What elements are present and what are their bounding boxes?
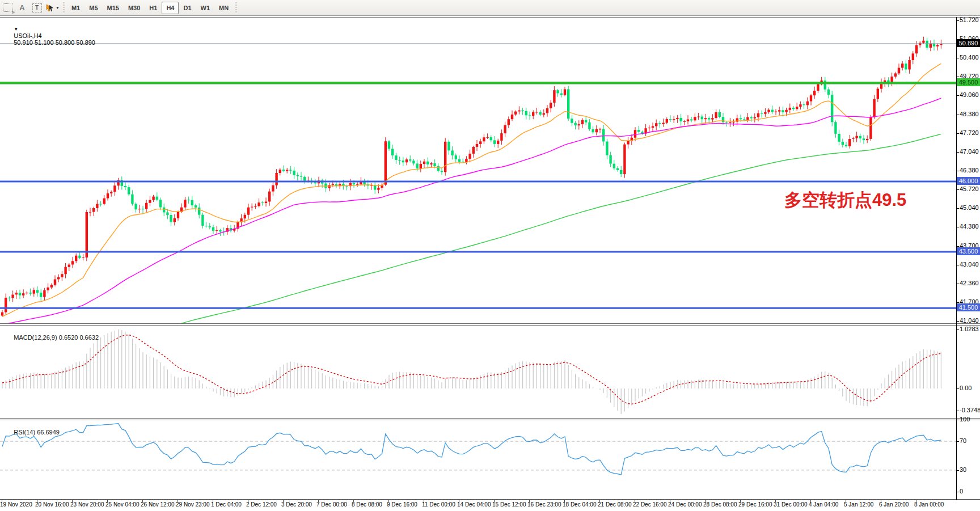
price-axis-tick	[956, 227, 959, 227]
price-axis-tick	[956, 246, 959, 247]
time-axis-label: 15 Dec 12:00	[492, 501, 526, 508]
price-axis-label: 47.720	[960, 129, 979, 136]
time-axis-label: 24 Dec 00:00	[668, 501, 702, 508]
price-axis-label: 41.040	[960, 317, 979, 324]
time-axis-label: 7 Dec 00:00	[316, 501, 347, 508]
time-axis-label: 4 Jan 04:00	[809, 501, 838, 508]
time-axis-label: 16 Dec 23:00	[527, 501, 561, 508]
price-level-badge: 46.000	[957, 177, 980, 185]
chart-annotation-text[interactable]: 多空转折点49.5	[784, 188, 906, 212]
time-axis-label: 8 Dec 08:00	[352, 501, 382, 508]
time-axis-label: 29 Nov 23:00	[176, 501, 210, 508]
price-axis-label: 50.400	[960, 54, 979, 61]
current-price-badge: 50.890	[957, 39, 980, 47]
time-axis-label: 22 Dec 16:00	[633, 501, 667, 508]
price-axis-tick	[956, 284, 959, 284]
rsi-axis-label: 70	[960, 437, 966, 444]
macd-value-2: 0.6632	[79, 334, 99, 341]
time-axis-label: 25 Nov 04:00	[105, 501, 140, 508]
price-axis-tick	[956, 189, 959, 190]
main-panel-top-border	[0, 17, 980, 18]
price-axis-tick	[956, 302, 959, 303]
time-axis-label: 3 Dec 20:00	[281, 501, 312, 508]
mt4-window: { "toolbar": { "frame_tool_glyph": "F", …	[0, 0, 980, 511]
price-axis-tick	[956, 95, 959, 96]
rsi-axis-label: 30	[960, 466, 966, 473]
rsi-label: RSI(14) 66.6949	[7, 422, 60, 442]
chart-canvas[interactable]	[0, 0, 980, 511]
rsi-axis-tick	[956, 492, 959, 492]
time-axis-label: 5 Jan 12:00	[844, 501, 873, 508]
price-axis-label: 45.720	[960, 185, 979, 192]
macd-label: MACD(12,26,9) 0.6520 0.6632	[7, 327, 99, 348]
rsi-axis-label: 0	[960, 488, 963, 495]
price-axis-label: 46.380	[960, 167, 979, 174]
time-axis-label: 14 Dec 04:00	[457, 501, 491, 508]
time-axis-label: 19 Nov 2020	[0, 501, 32, 508]
price-level-badge: 41.500	[957, 303, 980, 311]
price-axis-label: 48.380	[960, 111, 979, 117]
time-axis-label: 6 Jan 20:00	[879, 501, 909, 508]
symbol-quote-line[interactable]: ▼ USOil-,H4 50.910 51.100 50.800 50.890	[7, 19, 95, 53]
rsi-axis-label: 100	[960, 416, 970, 423]
price-axis-label: 43.040	[960, 261, 979, 268]
price-axis-label: 51.720	[960, 16, 979, 23]
macd-axis-label: 0.00	[960, 385, 971, 391]
time-axis-label: 31 Dec 00:00	[774, 501, 808, 508]
time-axis-label: 9 Dec 16:00	[387, 501, 417, 508]
price-axis-label: 42.360	[960, 280, 979, 286]
price-axis-tick	[956, 152, 959, 153]
price-axis-label: 45.040	[960, 204, 979, 211]
price-axis-separator	[956, 17, 957, 500]
rsi-axis-tick	[956, 420, 959, 420]
price-axis-tick	[956, 20, 959, 21]
rsi-axis-tick	[956, 470, 959, 471]
time-axis-label: 18 Dec 04:00	[563, 501, 597, 508]
price-axis-tick	[956, 115, 959, 115]
macd-value-1: 0.6520	[59, 334, 78, 341]
time-axis-label: 23 Nov 20:00	[70, 501, 104, 508]
macd-axis-tick	[956, 388, 959, 389]
symbol-ohlc-quote: 50.910 51.100 50.800 50.890	[14, 39, 95, 46]
time-axis-label: 29 Dec 16:00	[738, 501, 772, 508]
time-axis-label: 1 Dec 04:00	[211, 501, 242, 508]
price-axis-tick	[956, 77, 959, 77]
price-axis-label: 47.040	[960, 148, 979, 155]
macd-axis-tick	[956, 411, 959, 411]
price-axis-label: 44.380	[960, 223, 979, 230]
price-axis-tick	[956, 58, 959, 58]
rsi-axis-tick	[956, 441, 959, 442]
price-axis-tick	[956, 321, 959, 322]
price-axis-tick	[956, 133, 959, 134]
price-axis-tick	[956, 171, 959, 171]
price-axis-tick	[956, 208, 959, 209]
macd-axis-label: 1.0283	[960, 326, 979, 332]
price-axis-tick	[956, 265, 959, 265]
time-axis-label: 26 Nov 12:00	[141, 501, 175, 508]
time-axis-label: 11 Dec 00:00	[422, 501, 455, 508]
rsi-value: 66.6949	[37, 429, 60, 436]
time-axis-label: 28 Dec 08:00	[703, 501, 737, 508]
macd-axis-label: -0.3748	[960, 407, 980, 413]
macd-axis-tick	[956, 330, 959, 330]
time-axis-top-border	[0, 499, 980, 500]
splitter-macd-line2	[0, 325, 980, 326]
symbol-name: USOil-,H4	[14, 32, 42, 39]
symbol-dropdown-icon[interactable]: ▼	[14, 27, 18, 32]
price-level-badge: 49.500	[957, 78, 980, 86]
time-axis-label: 2 Dec 12:00	[246, 501, 277, 508]
price-level-badge: 43.500	[957, 247, 980, 255]
price-axis-label: 49.060	[960, 91, 979, 98]
time-axis-label: 21 Dec 08:00	[598, 501, 632, 508]
splitter-rsi-line2	[0, 420, 980, 420]
time-axis-label: 8 Jan 00:00	[914, 501, 944, 508]
time-axis-label: 20 Nov 16:00	[35, 501, 69, 508]
